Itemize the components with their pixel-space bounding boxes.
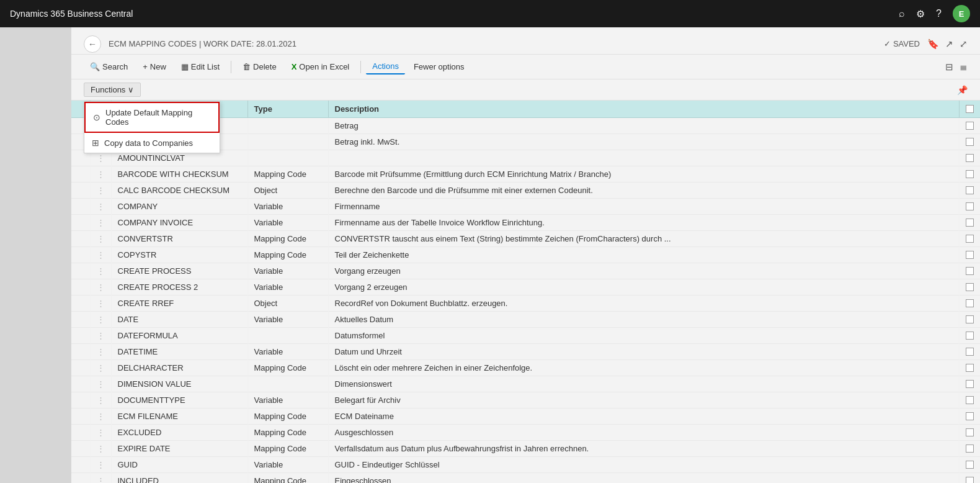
row-drag-handle[interactable]: ⋮ (90, 312, 111, 328)
row-drag-handle[interactable]: ⋮ (90, 199, 111, 215)
row-checkbox[interactable] (966, 170, 974, 178)
row-drag-handle[interactable]: ⋮ (90, 215, 111, 231)
row-drag-handle[interactable]: ⋮ (90, 328, 111, 344)
row-checkbox[interactable] (966, 445, 974, 453)
row-checkbox[interactable] (966, 219, 974, 227)
row-checkbox[interactable] (966, 154, 974, 162)
row-drag-handle[interactable]: ⋮ (90, 263, 111, 279)
row-checkbox[interactable] (966, 332, 974, 340)
bookmark-icon[interactable]: 🔖 (927, 38, 939, 50)
col-check-header[interactable] (960, 101, 981, 118)
search-icon: 🔍 (90, 62, 100, 71)
row-description: Belegart für Archiv (328, 392, 960, 409)
row-drag-handle[interactable]: ⋮ (90, 425, 111, 441)
row-checkbox[interactable] (966, 202, 974, 210)
row-drag-handle[interactable]: ⋮ (90, 247, 111, 263)
back-button[interactable]: ← (84, 35, 101, 53)
row-description: CONVERTSTR tauscht aus einem Text (Strin… (328, 231, 960, 247)
filter-icon[interactable]: ⊟ (945, 61, 953, 73)
actions-button[interactable]: Actions (366, 59, 405, 74)
col-desc-header[interactable]: Description (328, 101, 960, 118)
table-row: ⋮COMPANY INVOICEVariableFirmenname aus d… (71, 215, 980, 231)
row-type: Mapping Code (247, 473, 328, 484)
functions-button[interactable]: Functions ∨ (84, 83, 141, 97)
toolbar-divider-1 (231, 61, 231, 73)
row-drag-handle[interactable]: ⋮ (90, 296, 111, 312)
row-checkbox[interactable] (966, 477, 974, 483)
row-drag-handle[interactable]: ⋮ (90, 473, 111, 484)
row-checkbox[interactable] (966, 186, 974, 194)
saved-label: SAVED (893, 39, 920, 48)
row-handle (71, 425, 90, 441)
row-type: Object (247, 296, 328, 312)
row-checkbox[interactable] (966, 235, 974, 243)
row-checkbox[interactable] (966, 315, 974, 323)
row-checkbox[interactable] (966, 251, 974, 259)
select-all-checkbox[interactable] (966, 105, 974, 113)
fewer-options-button[interactable]: Fewer options (408, 60, 471, 74)
row-checkbox[interactable] (966, 380, 974, 388)
new-button[interactable]: + New (136, 60, 172, 74)
share-icon[interactable]: ↗ (945, 38, 953, 50)
row-name: COMPANY (111, 199, 247, 215)
row-drag-handle[interactable]: ⋮ (90, 279, 111, 296)
row-description: Datumsformel (328, 328, 960, 344)
row-type: Variable (247, 279, 328, 296)
row-drag-handle[interactable]: ⋮ (90, 344, 111, 360)
gear-icon[interactable]: ⚙ (916, 8, 925, 20)
row-drag-handle[interactable]: ⋮ (90, 457, 111, 473)
pin-icon[interactable]: 📌 (957, 85, 968, 95)
row-checkbox-cell (960, 425, 981, 441)
row-checkbox[interactable] (966, 396, 974, 404)
copy-data-label: Copy data to Companies (104, 138, 193, 148)
row-checkbox-cell (960, 231, 981, 247)
row-checkbox[interactable] (966, 122, 974, 130)
search-button[interactable]: 🔍 Search (84, 60, 134, 74)
row-checkbox[interactable] (966, 348, 974, 356)
row-checkbox-cell (960, 312, 981, 328)
functions-label: Functions (91, 85, 125, 94)
row-checkbox[interactable] (966, 412, 974, 420)
search-icon[interactable]: ⌕ (899, 8, 905, 19)
row-drag-handle[interactable]: ⋮ (90, 441, 111, 457)
row-drag-handle[interactable]: ⋮ (90, 231, 111, 247)
row-drag-handle[interactable]: ⋮ (90, 376, 111, 392)
row-drag-handle[interactable]: ⋮ (90, 183, 111, 199)
row-description: Dimensionswert (328, 376, 960, 392)
row-checkbox[interactable] (966, 283, 974, 291)
delete-button[interactable]: 🗑 Delete (236, 60, 283, 74)
row-drag-handle[interactable]: ⋮ (90, 392, 111, 409)
functions-dropdown-menu: ⊙ Update Default Mapping Codes ⊞ Copy da… (84, 101, 220, 153)
open-in-excel-button[interactable]: X Open in Excel (285, 60, 356, 74)
update-default-mapping-codes-item[interactable]: ⊙ Update Default Mapping Codes (84, 102, 220, 133)
row-checkbox[interactable] (966, 138, 974, 146)
row-checkbox[interactable] (966, 299, 974, 307)
expand-icon[interactable]: ⤢ (960, 38, 968, 50)
table-row: ⋮CREATE RREFObjectRecordRef von Dokument… (71, 296, 980, 312)
help-icon[interactable]: ? (936, 8, 942, 19)
row-type: Variable (247, 215, 328, 231)
col-type-header[interactable]: Type (247, 101, 328, 118)
row-name: DOCUMENTTYPE (111, 392, 247, 409)
edit-list-button[interactable]: ▦ Edit List (175, 60, 226, 74)
copy-data-to-companies-item[interactable]: ⊞ Copy data to Companies (84, 133, 220, 153)
row-drag-handle[interactable]: ⋮ (90, 360, 111, 376)
row-drag-handle[interactable]: ⋮ (90, 166, 111, 183)
update-mapping-codes-label: Update Default Mapping Codes (105, 108, 211, 127)
table-scroll[interactable]: · Mapping Code Type Description ⋮Betrag⋮… (71, 101, 980, 483)
row-type (247, 376, 328, 392)
row-checkbox[interactable] (966, 461, 974, 469)
table-row: ⋮EXCLUDEDMapping CodeAusgeschlossen (71, 425, 980, 441)
row-checkbox[interactable] (966, 428, 974, 436)
row-drag-handle[interactable]: ⋮ (90, 409, 111, 425)
row-checkbox-cell (960, 473, 981, 484)
row-checkbox[interactable] (966, 364, 974, 372)
row-name: INCLUDED (111, 473, 247, 484)
user-avatar[interactable]: E (953, 5, 970, 22)
row-checkbox[interactable] (966, 267, 974, 275)
row-name: CONVERTSTR (111, 231, 247, 247)
copy-icon: ⊞ (92, 138, 99, 148)
row-type: Mapping Code (247, 247, 328, 263)
row-type: Mapping Code (247, 425, 328, 441)
columns-icon[interactable]: ≣ (960, 61, 968, 73)
